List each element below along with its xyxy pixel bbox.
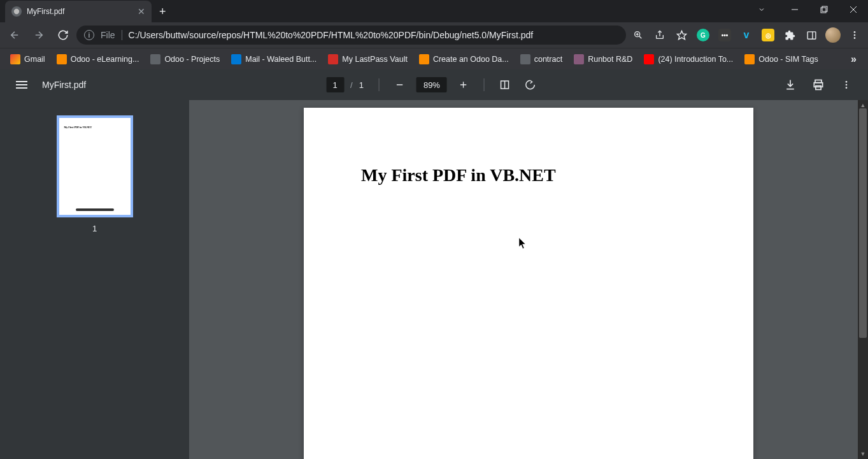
bookmark-item[interactable]: Runbot R&D [569, 52, 637, 67]
bookmarks-overflow-button[interactable]: » [844, 51, 863, 68]
url-text: C:/Users/buttw/source/repos/HTML%20to%20… [129, 30, 618, 40]
share-icon[interactable] [650, 26, 669, 45]
window-titlebar: MyFirst.pdf ✕ + [0, 0, 868, 22]
print-button[interactable] [807, 73, 830, 96]
toolbar-divider [484, 78, 485, 91]
bookmark-label: Mail - Waleed Butt... [245, 55, 317, 64]
svg-point-0 [14, 9, 19, 14]
bookmark-label: Runbot R&D [588, 55, 632, 64]
svg-point-16 [854, 37, 856, 39]
svg-point-28 [846, 87, 848, 89]
bookmark-favicon-icon [744, 54, 755, 64]
zoom-level-input[interactable] [416, 77, 447, 92]
thumbnail-label: 1 [92, 224, 97, 233]
back-button[interactable] [4, 24, 25, 46]
zoom-out-button[interactable] [388, 73, 411, 96]
page-thumbnail[interactable]: My First PDF in VB.NET [57, 115, 133, 217]
address-bar: i File C:/Users/buttw/source/repos/HTML%… [0, 22, 868, 48]
bookmark-favicon-icon [150, 54, 160, 64]
svg-point-27 [846, 84, 848, 86]
bookmark-item[interactable]: Odoo - Projects [145, 52, 225, 67]
reload-button[interactable] [52, 24, 74, 46]
chrome-menu-icon[interactable] [845, 26, 864, 45]
new-tab-button[interactable]: + [159, 5, 166, 18]
bookmark-item[interactable]: Odoo - eLearning... [52, 52, 145, 67]
thumbnail-preview-text: My First PDF in VB.NET [64, 126, 125, 129]
side-panel-icon[interactable] [802, 26, 821, 45]
window-controls [747, 0, 868, 22]
bookmark-favicon-icon [644, 54, 654, 64]
svg-marker-11 [677, 31, 686, 39]
bookmark-label: Odoo - SIM Tags [758, 55, 818, 64]
bookmark-item[interactable]: contract [515, 52, 567, 67]
bookmark-item[interactable]: My LastPass Vault [323, 52, 413, 67]
close-window-button[interactable] [839, 0, 868, 19]
toolbar-divider [379, 78, 380, 91]
pdf-viewer: My First PDF in VB.NET 1 My First PDF in… [0, 100, 868, 459]
page-total: 1 [359, 80, 364, 90]
bookmark-label: Create an Odoo Da... [433, 55, 509, 64]
bookmark-favicon-icon [574, 54, 584, 64]
tab-title: MyFirst.pdf [27, 7, 132, 16]
search-in-page-icon[interactable] [629, 26, 648, 45]
bookmark-star-icon[interactable] [672, 26, 691, 45]
thumbnail-sidebar[interactable]: My First PDF in VB.NET 1 [0, 100, 189, 459]
minimize-button[interactable] [780, 0, 809, 19]
fit-page-button[interactable] [494, 73, 516, 96]
svg-point-26 [846, 81, 848, 83]
profile-avatar[interactable] [823, 26, 843, 45]
svg-rect-12 [808, 31, 816, 38]
maximize-button[interactable] [809, 0, 839, 19]
pdf-filename: MyFirst.pdf [42, 80, 86, 90]
scrollbar-thumb[interactable] [859, 108, 867, 338]
svg-point-15 [854, 34, 856, 36]
bookmark-item[interactable]: (24) Introduction To... [639, 52, 738, 67]
tab-search-button[interactable] [747, 0, 776, 19]
close-tab-icon[interactable]: ✕ [138, 6, 145, 17]
svg-point-14 [854, 31, 856, 33]
svg-rect-3 [822, 6, 827, 11]
browser-tab[interactable]: MyFirst.pdf ✕ [5, 1, 152, 22]
site-info-icon[interactable]: i [84, 30, 94, 40]
bookmark-favicon-icon [419, 54, 429, 64]
svg-rect-2 [821, 8, 826, 13]
bookmark-favicon-icon [10, 54, 20, 64]
extension-lastpass-icon[interactable]: ••• [715, 26, 734, 45]
url-scheme: File [101, 30, 122, 40]
bookmarks-bar: GmailOdoo - eLearning...Odoo - ProjectsM… [0, 48, 868, 69]
page-separator: / [350, 80, 353, 90]
bookmark-favicon-icon [231, 54, 241, 64]
url-field[interactable]: i File C:/Users/buttw/source/repos/HTML%… [76, 26, 626, 45]
bookmark-favicon-icon [328, 54, 338, 64]
bookmark-label: Odoo - Projects [164, 55, 220, 64]
zoom-in-button[interactable] [452, 73, 475, 96]
scroll-down-arrow[interactable]: ▼ [858, 449, 868, 459]
extensions-puzzle-icon[interactable] [780, 26, 799, 45]
thumbnail-footer-bar [76, 208, 114, 211]
bookmark-item[interactable]: Gmail [5, 52, 50, 67]
extension-other-icon[interactable]: ◎ [758, 26, 778, 45]
pdf-toolbar: MyFirst.pdf / 1 [0, 69, 868, 100]
page-number-input[interactable] [326, 77, 344, 92]
extension-grammarly-icon[interactable]: G [694, 26, 713, 45]
bookmark-item[interactable]: Mail - Waleed Butt... [226, 52, 322, 67]
document-heading: My First PDF in VB.NET [361, 165, 696, 186]
bookmark-label: contract [534, 55, 562, 64]
pdf-favicon-icon [11, 6, 22, 17]
bookmark-item[interactable]: Create an Odoo Da... [414, 52, 514, 67]
bookmark-label: Gmail [24, 55, 45, 64]
bookmark-label: Odoo - eLearning... [71, 55, 139, 64]
pdf-page: My First PDF in VB.NET [304, 108, 753, 459]
bookmark-label: My LastPass Vault [342, 55, 408, 64]
rotate-button[interactable] [519, 73, 542, 96]
extension-vimeo-icon[interactable]: v [737, 26, 756, 45]
bookmark-favicon-icon [57, 54, 67, 64]
pdf-more-menu-icon[interactable] [835, 73, 858, 96]
bookmark-item[interactable]: Odoo - SIM Tags [739, 52, 823, 67]
forward-button[interactable] [28, 24, 50, 46]
download-button[interactable] [779, 73, 802, 96]
page-viewport[interactable]: My First PDF in VB.NET [189, 100, 868, 459]
bookmark-label: (24) Introduction To... [658, 55, 733, 64]
sidebar-toggle-button[interactable] [10, 73, 33, 96]
svg-line-7 [639, 36, 642, 39]
